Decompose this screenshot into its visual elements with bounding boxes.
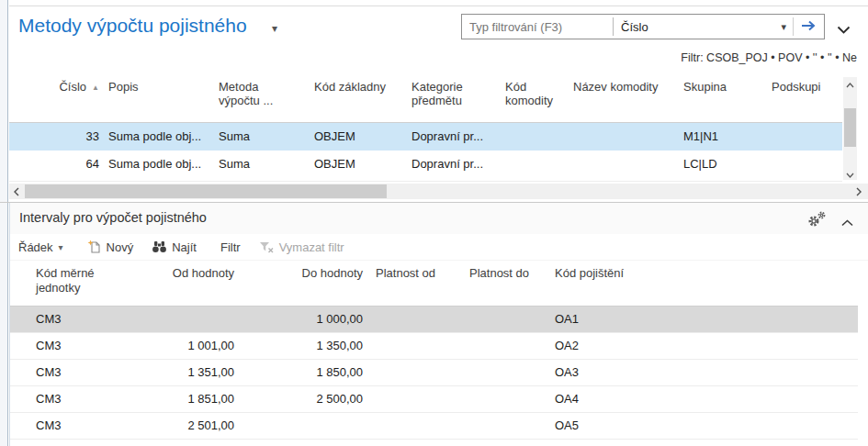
- scroll-down-button[interactable]: [843, 167, 857, 180]
- column-header-platnost-od[interactable]: Platnost od: [366, 261, 460, 306]
- cell-kod-komodity: [502, 151, 569, 178]
- filter-box: Typ filtrování (F3) Číslo ▾: [461, 14, 825, 39]
- filter-field-dropdown-icon[interactable]: ▾: [781, 21, 786, 33]
- cell-platnost-od: [366, 307, 460, 332]
- part-actions-button[interactable]: [806, 210, 828, 231]
- chevron-left-icon: [14, 184, 19, 200]
- cell-platnost-od: [366, 386, 460, 412]
- table-row[interactable]: CM3 1 851,00 2 500,00 OA4: [10, 386, 858, 413]
- cell-od-hodnoty: 1 851,00: [137, 386, 238, 412]
- collapse-header-button[interactable]: [837, 21, 851, 38]
- cell-od-hodnoty: 1 351,00: [137, 360, 238, 385]
- cell-kod-zakladny: OBJEM: [310, 123, 408, 151]
- cell-do-hodnoty: [238, 413, 366, 439]
- page-title-dropdown-icon[interactable]: ▾: [272, 22, 277, 35]
- cell-do-hodnoty: 1 850,00: [238, 360, 366, 385]
- scroll-left-button[interactable]: [9, 184, 24, 199]
- cell-kod-pojisteni: OA1: [547, 307, 676, 332]
- column-header-platnost-do[interactable]: Platnost do: [460, 261, 547, 306]
- new-label: Nový: [107, 240, 134, 254]
- scroll-right-button[interactable]: [851, 184, 866, 199]
- intervals-toolbar: Řádek ▾ Nový: [10, 234, 868, 261]
- intervals-table-header: Kód měrné jednotky Od hodnoty Do hodnoty…: [10, 261, 858, 307]
- row-gutter: [10, 413, 27, 439]
- application-window: Metody výpočtu pojistného ▾ Typ filtrová…: [0, 0, 868, 446]
- column-header-od-hodnoty[interactable]: Od hodnoty: [137, 261, 238, 306]
- cell-kod-komodity: [502, 123, 569, 151]
- cell-kod-merne-jednotky: CM3: [27, 333, 137, 359]
- cell-kod-pojisteni: OA2: [547, 333, 676, 359]
- column-header-popis[interactable]: Popis: [105, 75, 215, 122]
- clear-filter-label: Vymazat filtr: [279, 240, 344, 254]
- vertical-scrollbar[interactable]: [843, 77, 857, 180]
- filter-label: Filtr: [220, 240, 241, 254]
- clear-filter-icon: [259, 241, 275, 253]
- horizontal-scrollbar[interactable]: [9, 184, 868, 199]
- column-header-kod-zakladny[interactable]: Kód základny: [310, 75, 408, 122]
- cell-kod-merne-jednotky: CM3: [27, 386, 137, 412]
- cell-skupina: LC|LD: [676, 151, 768, 178]
- table-bottom-divider: [9, 181, 842, 182]
- scrollbar-thumb[interactable]: [25, 184, 387, 198]
- new-button[interactable]: Nový: [87, 240, 134, 254]
- cell-platnost-od: [366, 360, 460, 385]
- cell-skupina: M1|N1: [676, 123, 768, 151]
- column-header-skupina[interactable]: Skupina: [676, 75, 768, 122]
- column-header-kod-komodity[interactable]: Kód komodity: [502, 75, 569, 122]
- cell-nazev-komodity: [569, 123, 676, 151]
- table-row[interactable]: 64 Suma podle obj... Suma OBJEM Dopravní…: [9, 151, 842, 178]
- table-row[interactable]: CM3 2 501,00 OA5: [10, 413, 858, 440]
- cell-platnost-do: [460, 386, 547, 412]
- find-button[interactable]: Najít: [152, 240, 197, 254]
- scroll-up-button[interactable]: [843, 77, 857, 90]
- column-header-do-hodnoty[interactable]: Do hodnoty: [238, 261, 366, 306]
- cell-cislo: 64: [24, 151, 105, 178]
- clear-filter-button[interactable]: Vymazat filtr: [259, 240, 344, 254]
- cell-kod-pojisteni: OA5: [547, 413, 676, 439]
- column-header-nazev-komodity[interactable]: Název komodity: [569, 75, 676, 122]
- chevron-right-icon: [856, 184, 862, 200]
- row-gutter: [9, 123, 24, 151]
- column-header-kod-merne-jednotky[interactable]: Kód měrné jednotky: [27, 261, 137, 306]
- row-gutter: [9, 75, 24, 122]
- cell-podskupina: [768, 151, 842, 178]
- cell-platnost-od: [366, 333, 460, 359]
- scrollbar-thumb[interactable]: [844, 108, 856, 147]
- filter-field-select[interactable]: Číslo: [614, 20, 781, 34]
- row-gutter: [10, 333, 27, 359]
- column-header-podskupina[interactable]: Podskupi: [768, 75, 842, 122]
- table-row[interactable]: CM3 1 001,00 1 350,00 OA2: [10, 333, 858, 360]
- apply-filter-button[interactable]: [794, 15, 824, 39]
- line-menu-button[interactable]: Řádek ▾: [18, 240, 63, 254]
- filter-summary: Filtr: CSOB_POJ • POV • '' • '' • Ne: [681, 51, 857, 64]
- page-title: Metody výpočtu pojistného: [18, 15, 247, 37]
- find-label: Najít: [172, 240, 197, 254]
- cell-popis: Suma podle obj...: [105, 151, 215, 178]
- methods-table: Číslo▲ Popis Metoda výpočtu ... Kód zákl…: [9, 75, 857, 182]
- intervals-section-header: Intervaly pro výpočet pojistného: [10, 203, 868, 234]
- cell-spacer: [676, 360, 858, 385]
- table-row-selected[interactable]: CM3 1 000,00 OA1: [10, 307, 858, 333]
- section-title: Intervaly pro výpočet pojistného: [19, 210, 207, 225]
- table-row-selected[interactable]: 33 Suma podle obj... Suma OBJEM Dopravní…: [9, 123, 842, 151]
- line-menu-label: Řádek: [18, 240, 53, 254]
- top-divider: [9, 6, 868, 6]
- filter-type-input[interactable]: Typ filtrování (F3): [462, 20, 613, 34]
- cell-platnost-do: [460, 413, 547, 439]
- column-header-spacer: [676, 261, 858, 306]
- gears-icon: [806, 215, 828, 230]
- table-row[interactable]: CM3 1 351,00 1 850,00 OA3: [10, 360, 858, 386]
- column-header-metoda-vypoctu[interactable]: Metoda výpočtu ...: [215, 75, 310, 122]
- column-header-cislo[interactable]: Číslo▲: [24, 75, 105, 122]
- collapse-part-button[interactable]: [841, 214, 853, 230]
- cell-kod-pojisteni: OA3: [547, 360, 676, 385]
- chevron-down-icon: [837, 21, 851, 37]
- filter-button[interactable]: Filtr: [220, 240, 241, 254]
- cell-platnost-do: [460, 333, 547, 359]
- column-header-kategorie-predmetu[interactable]: Kategorie předmětu: [408, 75, 502, 122]
- row-gutter: [9, 151, 24, 178]
- chevron-down-icon: ▾: [59, 242, 63, 252]
- intervals-pane: Intervaly pro výpočet pojistného Řádek: [9, 203, 868, 446]
- cell-podskupina: [768, 123, 842, 151]
- column-header-kod-pojisteni[interactable]: Kód pojištění: [547, 261, 676, 306]
